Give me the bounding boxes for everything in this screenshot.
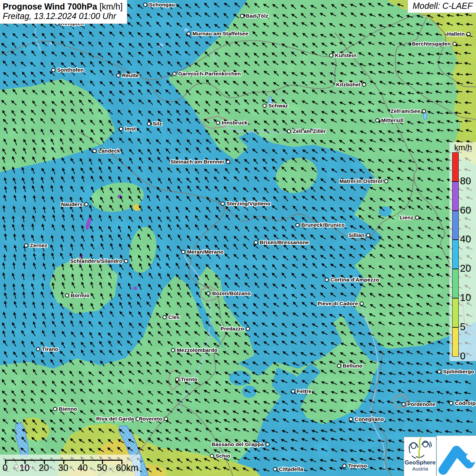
legend-tick-0: 0 xyxy=(460,351,465,362)
legend-segment-10 xyxy=(452,269,459,298)
legend-tick-5: 5 xyxy=(460,321,465,333)
wind-map-canvas xyxy=(0,0,476,476)
legend-segment-0 xyxy=(452,327,459,357)
mountain-logo-panel xyxy=(437,436,476,476)
legend-tick-20: 20 xyxy=(460,263,471,274)
geosphere-logo-panel: GeoSphere Austria xyxy=(404,437,436,476)
legend-segment-60 xyxy=(452,182,459,211)
scalebar-label-60km: 60km xyxy=(116,463,138,473)
weather-map-page: SchongauBad TölzKemptenMurnau am Staffel… xyxy=(0,0,476,476)
model-label: Modell: C-LAEF xyxy=(413,1,473,11)
legend-segment-5 xyxy=(452,298,459,327)
legend-tick-80: 80 xyxy=(460,175,471,187)
page-subtitle: Freitag, 13.12.2024 01:00 Uhr xyxy=(3,11,123,21)
scalebar-label-20: 20 xyxy=(39,463,49,473)
scalebar-panel: 0102030405060km xyxy=(0,455,140,476)
page-title: Prognose Wind 700hPa [km/h] xyxy=(3,2,123,11)
legend-tick-40: 40 xyxy=(460,234,471,245)
legend-tick-60: 60 xyxy=(460,205,471,216)
mountain-cloud-icon xyxy=(437,436,476,476)
unit-label: [km/h] xyxy=(100,2,123,11)
legend-segment-20 xyxy=(452,240,459,269)
scalebar-label-0: 0 xyxy=(2,463,7,473)
legend-segment-80 xyxy=(452,152,459,182)
scalebar-label-10: 10 xyxy=(19,463,30,473)
scalebar-label-30: 30 xyxy=(58,463,68,473)
model-panel: Modell: C-LAEF xyxy=(408,0,476,13)
title-panel: Prognose Wind 700hPa [km/h] Freitag, 13.… xyxy=(0,0,127,23)
geosphere-logo-icon xyxy=(408,437,432,459)
geosphere-sub: Austria xyxy=(404,466,436,472)
geosphere-name: GeoSphere xyxy=(404,460,436,466)
legend-panel: km/h 806040201050 xyxy=(449,142,476,361)
scalebar-label-40: 40 xyxy=(78,463,88,473)
legend-tick-10: 10 xyxy=(460,292,471,303)
legend-unit-label: km/h xyxy=(454,143,472,152)
scalebar-label-50: 50 xyxy=(97,463,107,473)
legend-segment-40 xyxy=(452,211,459,240)
